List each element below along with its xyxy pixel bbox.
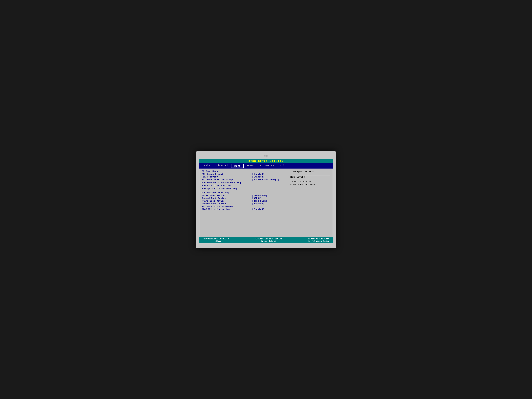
bios-screen: BIOS SETUP UTILITY MainAdvancedBootPower… xyxy=(199,159,333,243)
menu-label: ▶ Optical Drive Boot Seq. xyxy=(202,187,252,190)
menu-row[interactable]: ▶ Hard Disk Boot Seq. xyxy=(202,184,285,187)
menu-level: Menu Level > xyxy=(291,176,330,178)
menu-row[interactable]: First Boot Device[Removable] xyxy=(202,194,285,197)
menu-value: [CDROM] xyxy=(252,197,262,200)
left-panel: F9 Boot MenuF10 Setup Prompt[Enabled]F11… xyxy=(199,169,288,237)
menu-label: ▶ Network Boot Seq. xyxy=(202,191,252,194)
menu-row[interactable]: Third Boot Device[Hard Disk] xyxy=(202,200,285,202)
menu-value: [Network] xyxy=(252,203,264,205)
bottom-item-3: F10:Save and Exit +/-/:Change Value xyxy=(308,238,329,242)
bottom-sub-2: Enter:Select xyxy=(255,240,282,242)
menu-item-exit[interactable]: Exit xyxy=(277,164,289,168)
help-content: To select enable/disable F9 boot menu. xyxy=(291,180,330,186)
menu-label: ▶ Removable Device Boot Seq. xyxy=(202,181,252,184)
menu-row[interactable]: ▶ Network Boot Seq. xyxy=(202,191,285,194)
menu-value: [Enabled] xyxy=(252,173,264,175)
menu-value: [Hard Disk] xyxy=(252,200,267,202)
menu-label: ▶ Hard Disk Boot Seq. xyxy=(202,184,252,187)
title-bar: BIOS SETUP UTILITY xyxy=(199,159,333,163)
menu-label: BIOS Write Protection xyxy=(202,208,252,211)
menu-label: F10 Setup Prompt xyxy=(202,173,252,175)
menu-value: [Enabled] xyxy=(252,208,264,211)
menu-row[interactable]: ▶ Optical Drive Boot Seq. xyxy=(202,187,285,190)
menu-value: [Enabled and prompt] xyxy=(252,178,279,181)
right-panel: Item Specific Help Menu Level > To selec… xyxy=(288,169,333,237)
menu-row[interactable]: F9 Boot Menu xyxy=(202,170,285,173)
menu-value: [Enabled] xyxy=(252,176,264,178)
menu-label: F11 Recovery xyxy=(202,176,252,178)
menu-label: F9 Boot Menu xyxy=(202,170,252,173)
menu-row[interactable]: BIOS Write Protection[Enabled] xyxy=(202,208,285,211)
bottom-item-2: F9:Exit without Saving Enter:Select xyxy=(255,238,282,242)
menu-row[interactable]: Fourth Boot Device[Network] xyxy=(202,203,285,205)
menu-label: Fourth Boot Device xyxy=(202,203,252,205)
menu-label: Third Boot Device xyxy=(202,200,252,202)
monitor: hp BIOS SETUP UTILITY MainAdvancedBootPo… xyxy=(196,151,336,248)
hp-logo: hp xyxy=(199,154,333,159)
bottom-sub-3: +/-/:Change Value xyxy=(308,240,329,242)
menu-row[interactable]: F11 Recovery[Enabled] xyxy=(202,176,285,178)
menu-label: First Boot Device xyxy=(202,194,252,197)
menu-row[interactable]: F12 Boot from LAN Prompt[Enabled and pro… xyxy=(202,178,285,181)
bottom-label-3: F10:Save and Exit xyxy=(308,238,329,240)
bottom-sub-1: ↑↓←→:Move xyxy=(203,240,229,242)
help-title: Item Specific Help xyxy=(291,171,330,173)
bottom-label-2: F9:Exit without Saving xyxy=(255,238,282,240)
menu-item-boot[interactable]: Boot xyxy=(231,164,244,168)
menu-row[interactable]: ▶ Removable Device Boot Seq. xyxy=(202,181,285,184)
menu-row[interactable]: Set Supervisor Password xyxy=(202,205,285,208)
menu-label: Set Supervisor Password xyxy=(202,205,252,208)
title-text: BIOS SETUP UTILITY xyxy=(248,160,284,163)
menu-item-power[interactable]: Power xyxy=(244,164,257,168)
menu-label: Second Boot Device xyxy=(202,197,252,200)
bottom-item-1: F7:Optimized Defaults ↑↓←→:Move xyxy=(203,238,229,242)
menu-item-pc-health[interactable]: PC Health xyxy=(257,164,277,168)
menu-row[interactable]: F10 Setup Prompt[Enabled] xyxy=(202,173,285,175)
menu-label: F12 Boot from LAN Prompt xyxy=(202,178,252,181)
menu-item-main[interactable]: Main xyxy=(201,164,213,168)
menu-item-advanced[interactable]: Advanced xyxy=(213,164,231,168)
menu-value: [Removable] xyxy=(252,194,267,197)
menu-bar: MainAdvancedBootPowerPC HealthExit xyxy=(199,163,333,169)
bottom-label-1: F7:Optimized Defaults xyxy=(203,238,229,240)
bottom-bar: F7:Optimized Defaults ↑↓←→:Move F9:Exit … xyxy=(199,237,333,243)
content-area: F9 Boot MenuF10 Setup Prompt[Enabled]F11… xyxy=(199,169,333,237)
menu-row[interactable]: Second Boot Device[CDROM] xyxy=(202,197,285,200)
